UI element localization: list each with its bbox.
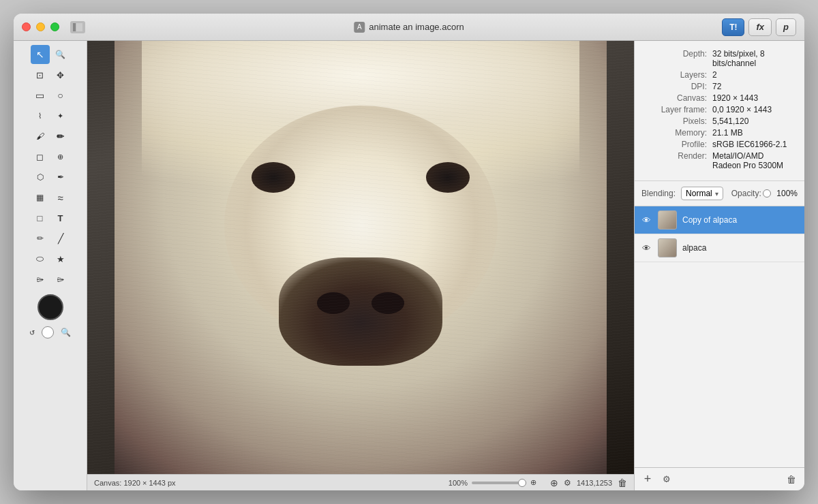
- window-title-text: animate an image.acorn: [369, 22, 464, 32]
- app-window: A animate an image.acorn T! fx p ↖ 🔍: [14, 14, 804, 490]
- text-tool[interactable]: T: [51, 208, 70, 227]
- info-render-row: Render: Metal/IO/AMD Radeon Pro 5300M: [646, 151, 793, 170]
- layer-name-copy: Copy of alpaca: [682, 215, 737, 225]
- layers-value: 2: [712, 70, 717, 80]
- canvas-image: [87, 41, 634, 474]
- pencil-tool[interactable]: ✏: [51, 127, 70, 146]
- color-section: ↺ 🔍: [16, 294, 84, 342]
- pen-tool[interactable]: ✏: [31, 229, 50, 248]
- fx-tool-button[interactable]: fx: [748, 18, 772, 36]
- select-rect-tool[interactable]: ▭: [31, 86, 50, 105]
- trash-icon[interactable]: 🗑: [618, 477, 627, 488]
- coordinates-display: 1413,1253: [577, 479, 612, 487]
- svg-rect-1: [76, 23, 82, 31]
- reset-colors-button[interactable]: ↺: [25, 326, 39, 339]
- blending-label: Blending:: [641, 189, 676, 198]
- sidebar-toggle-button[interactable]: [70, 21, 85, 33]
- main-content: ↖ 🔍 ⊡ ✥ ▭ ○ ⌇ ✦ 🖌 ✏: [14, 41, 804, 490]
- tool-row-2: ⊡ ✥: [16, 65, 84, 84]
- layers-bottom-bar: + ⚙ 🗑: [635, 467, 804, 490]
- info-profile-row: Profile: sRGB IEC61966-2.1: [646, 140, 793, 149]
- foreground-color-swatch[interactable]: [37, 294, 63, 320]
- tool-row-5: 🖌 ✏: [16, 127, 84, 146]
- depth-value: 32 bits/pixel, 8 bits/channel: [712, 49, 793, 68]
- vector-tool[interactable]: ⌲: [31, 270, 50, 289]
- fx-tool-label: fx: [756, 22, 764, 32]
- text-tool-button[interactable]: T!: [722, 18, 744, 36]
- dropper-tool[interactable]: ✒: [51, 168, 70, 187]
- info-canvas-row: Canvas: 1920 × 1443: [646, 93, 793, 103]
- add-layer-icon[interactable]: ⊕: [550, 477, 558, 488]
- layer-item-copy[interactable]: 👁 Copy of alpaca: [635, 206, 804, 234]
- rect-shape-tool[interactable]: □: [31, 208, 50, 227]
- depth-label: Depth:: [646, 49, 707, 59]
- p-tool-button[interactable]: p: [776, 18, 796, 36]
- oval-tool[interactable]: ⬭: [31, 249, 50, 268]
- delete-layer-button[interactable]: 🗑: [784, 472, 799, 487]
- text-tool-label: T!: [729, 22, 737, 32]
- info-pixels-row: Pixels: 5,541,120: [646, 116, 793, 126]
- profile-value: sRGB IEC61966-2.1: [712, 140, 787, 149]
- eraser-tool[interactable]: ◻: [31, 147, 50, 166]
- zoom-slider[interactable]: [472, 482, 526, 484]
- info-memory-row: Memory: 21.1 MB: [646, 128, 793, 138]
- zoom-icon-right: ⊕: [530, 478, 536, 487]
- layer-thumbnail-alpaca: [658, 238, 677, 257]
- crop-tool[interactable]: ⊡: [31, 65, 50, 84]
- maximize-button[interactable]: [50, 22, 59, 31]
- settings-icon[interactable]: ⚙: [564, 478, 571, 488]
- clone-tool[interactable]: ⊕: [51, 147, 70, 166]
- dpi-value: 72: [712, 82, 721, 91]
- titlebar-tools: T! fx p: [722, 18, 796, 36]
- smudge-tool[interactable]: ≈: [51, 188, 70, 207]
- layer-visibility-toggle-alpaca[interactable]: 👁: [640, 242, 652, 254]
- select-ellipse-tool[interactable]: ○: [51, 86, 70, 105]
- layer-thumbnail-copy: [658, 210, 677, 230]
- status-coords: ⊕ ⚙ 1413,1253 🗑: [550, 477, 627, 488]
- fill-tool[interactable]: ⬡: [31, 168, 50, 187]
- layer-frame-label: Layer frame:: [646, 105, 707, 114]
- dpi-label: DPI:: [646, 82, 707, 91]
- brush-tool[interactable]: 🖌: [31, 127, 50, 146]
- canvas-viewport[interactable]: [87, 41, 634, 474]
- magic-wand-tool[interactable]: ✦: [51, 106, 70, 125]
- gradient-tool[interactable]: ▦: [31, 188, 50, 207]
- zoom-status[interactable]: 🔍: [57, 323, 76, 342]
- canvas-area: Canvas: 1920 × 1443 px 100% ⊕ ⊕ ⚙ 1413,1…: [87, 41, 634, 490]
- background-swatch[interactable]: [42, 326, 54, 338]
- blend-mode-value: Normal: [686, 189, 712, 198]
- minimize-button[interactable]: [36, 22, 45, 31]
- blend-mode-select[interactable]: Normal ▾: [681, 187, 723, 200]
- add-layer-button[interactable]: +: [640, 472, 655, 487]
- line-tool[interactable]: ╱: [51, 229, 70, 248]
- layer-settings-button[interactable]: ⚙: [659, 472, 674, 487]
- star-tool[interactable]: ★: [51, 249, 70, 268]
- zoom-slider-thumb[interactable]: [518, 479, 526, 487]
- layers-list: 👁 Copy of alpaca 👁 alpaca: [635, 206, 804, 467]
- render-label: Render:: [646, 151, 707, 161]
- opacity-value: 100%: [776, 189, 798, 198]
- transform-tool[interactable]: ✥: [51, 65, 70, 84]
- pixels-value: 5,541,120: [712, 116, 748, 126]
- opacity-slider-thumb[interactable]: [763, 189, 771, 198]
- layers-label: Layers:: [646, 70, 707, 80]
- tools-panel: ↖ 🔍 ⊡ ✥ ▭ ○ ⌇ ✦ 🖌 ✏: [14, 41, 87, 490]
- blending-row: Blending: Normal ▾ Opacity: 100%: [635, 181, 804, 206]
- memory-label: Memory:: [646, 128, 707, 138]
- info-layer-frame-row: Layer frame: 0,0 1920 × 1443: [646, 105, 793, 114]
- opacity-label: Opacity:: [731, 189, 761, 198]
- canvas-label: Canvas:: [646, 93, 707, 103]
- layer-item-alpaca[interactable]: 👁 alpaca: [635, 234, 804, 262]
- layer-visibility-toggle-copy[interactable]: 👁: [640, 214, 652, 226]
- canvas-size-status: Canvas: 1920 × 1443 px: [94, 479, 176, 487]
- tool-row-12: ⌲ ⌲: [16, 270, 84, 289]
- cursor-tool[interactable]: ↖: [31, 45, 50, 64]
- zoom-tool[interactable]: 🔍: [51, 45, 70, 64]
- close-button[interactable]: [22, 22, 31, 31]
- info-layers-row: Layers: 2: [646, 70, 793, 80]
- lasso-tool[interactable]: ⌇: [31, 106, 50, 125]
- svg-rect-0: [73, 23, 76, 31]
- right-panel: Depth: 32 bits/pixel, 8 bits/channel Lay…: [634, 41, 804, 490]
- opacity-slider[interactable]: [767, 192, 772, 195]
- node-tool[interactable]: ⌲: [51, 270, 70, 289]
